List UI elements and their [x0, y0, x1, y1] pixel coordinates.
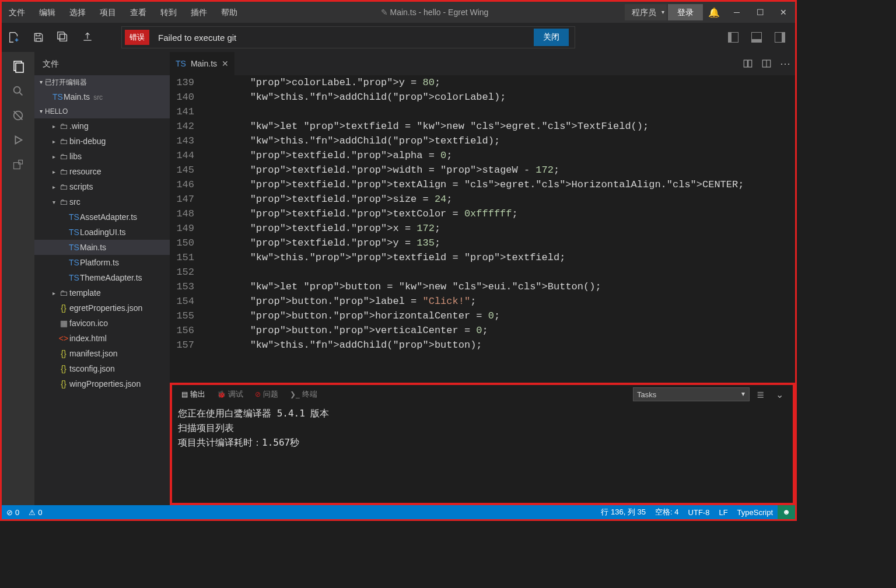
error-notification: 错误 Failed to execute git 关闭 [121, 26, 575, 48]
more-icon[interactable]: ⋯ [780, 57, 790, 70]
save-icon[interactable] [26, 23, 51, 52]
open-editors-header[interactable]: ▾已打开编辑器 [34, 75, 170, 89]
new-file-icon[interactable] [2, 23, 26, 52]
svg-rect-3 [16, 63, 23, 72]
status-warnings[interactable]: ⚠0 [24, 505, 47, 519]
status-errors[interactable]: ⊘0 [2, 505, 24, 519]
file-tree: ▸🗀.wing▸🗀bin-debug▸🗀libs▸🗀resource▸🗀scri… [34, 118, 170, 391]
tree-file[interactable]: TSAssetAdapter.ts [34, 209, 170, 225]
titlebar: 文件编辑选择项目查看转到插件帮助 ✎ Main.ts - hello - Egr… [2, 2, 795, 23]
svg-point-4 [14, 87, 20, 93]
feedback-icon[interactable]: ☻ [778, 505, 795, 519]
notification-message: Failed to execute git [158, 33, 528, 43]
sidebar-title: 文件 [34, 52, 170, 75]
svg-rect-0 [36, 33, 40, 36]
status-language[interactable]: TypeScript [733, 505, 778, 519]
activitybar [2, 52, 34, 505]
svg-rect-7 [19, 160, 23, 164]
tab-label: Main.ts [191, 59, 217, 68]
menu-item[interactable]: 项目 [93, 2, 123, 23]
tree-file[interactable]: TSLoadingUI.ts [34, 225, 170, 240]
debug-icon[interactable] [2, 128, 34, 152]
search-icon[interactable] [2, 79, 34, 103]
minimize-icon[interactable]: ─ [725, 2, 748, 23]
menu-item[interactable]: 转到 [153, 2, 184, 23]
tree-file[interactable]: ▦favicon.ico [34, 316, 170, 331]
panel-tab-output[interactable]: ▤输出 [177, 387, 210, 402]
compare-icon[interactable] [743, 58, 753, 69]
status-spaces[interactable]: 空格: 4 [650, 505, 683, 519]
toolbar: 错误 Failed to execute git 关闭 [2, 23, 795, 52]
menu-item[interactable]: 编辑 [32, 2, 62, 23]
maximize-icon[interactable]: ☐ [748, 2, 772, 23]
panel-tab-problems[interactable]: ⊘问题 [250, 387, 283, 402]
tree-file[interactable]: <>index.html [34, 331, 170, 346]
layout-bottom-icon[interactable] [745, 23, 768, 52]
tree-folder[interactable]: ▸🗀resource [34, 164, 170, 179]
svg-rect-9 [748, 60, 752, 67]
tree-file[interactable]: {}egretProperties.json [34, 300, 170, 316]
panel-tab-debug[interactable]: 🐞调试 [212, 387, 248, 402]
tree-folder[interactable]: ▸🗀libs [34, 149, 170, 164]
split-icon[interactable] [761, 58, 772, 69]
output-content[interactable]: 您正在使用白鹭编译器 5.4.1 版本扫描项目列表项目共计编译耗时：1.567秒 [172, 404, 793, 503]
status-cursor[interactable]: 行 136, 列 35 [596, 505, 650, 519]
code-editor[interactable]: 1391401411421431441451461471481491501511… [170, 75, 795, 383]
status-encoding[interactable]: UTF-8 [684, 505, 715, 519]
main-menu: 文件编辑选择项目查看转到插件帮助 [2, 2, 244, 23]
tree-folder[interactable]: ▸🗀scripts [34, 179, 170, 194]
output-channel-select[interactable]: Tasks [633, 387, 750, 401]
tree-folder[interactable]: ▸🗀bin-debug [34, 134, 170, 149]
tree-file[interactable]: {}tsconfig.json [34, 361, 170, 376]
project-header[interactable]: ▾HELLO [34, 104, 170, 118]
tree-folder[interactable]: ▸🗀template [34, 285, 170, 300]
tree-folder[interactable]: ▾🗀src [34, 194, 170, 209]
svg-rect-1 [36, 38, 41, 41]
output-panel: ▤输出 🐞调试 ⊘问题 ❯_终端 Tasks ≣ ⌄ 您正在使用白鹭编译器 5.… [170, 383, 795, 505]
login-button[interactable]: 登录 [668, 4, 703, 20]
tab-close-icon[interactable]: ✕ [222, 59, 229, 68]
close-icon[interactable]: ✕ [772, 2, 795, 23]
menu-item[interactable]: 选择 [62, 2, 93, 23]
tree-file[interactable]: {}manifest.json [34, 346, 170, 361]
menu-item[interactable]: 文件 [2, 2, 32, 23]
open-editor-item[interactable]: TS Main.tssrc [34, 89, 170, 104]
user-role-dropdown[interactable]: 程序员 [625, 4, 667, 20]
menu-item[interactable]: 帮助 [214, 2, 244, 23]
menu-item[interactable]: 插件 [184, 2, 214, 23]
panel-tab-terminal[interactable]: ❯_终端 [285, 387, 322, 402]
extensions-icon[interactable] [2, 152, 34, 177]
source-control-icon[interactable] [2, 103, 34, 128]
clear-output-icon[interactable]: ≣ [752, 389, 769, 400]
tree-file[interactable]: TSMain.ts [34, 240, 170, 255]
collapse-panel-icon[interactable]: ⌄ [771, 389, 788, 400]
upload-icon[interactable] [75, 23, 100, 52]
tree-file[interactable]: TSPlatform.ts [34, 255, 170, 270]
editor-tabs: TS Main.ts ✕ ⋯ [170, 52, 795, 75]
status-eol[interactable]: LF [714, 505, 732, 519]
tree-file[interactable]: {}wingProperties.json [34, 376, 170, 391]
tree-folder[interactable]: ▸🗀.wing [34, 118, 170, 134]
window-title: ✎ Main.ts - hello - Egret Wing [244, 8, 625, 17]
editor-tab[interactable]: TS Main.ts ✕ [170, 52, 235, 75]
error-badge: 错误 [125, 30, 149, 45]
layout-left-icon[interactable] [722, 23, 745, 52]
notification-close-button[interactable]: 关闭 [534, 29, 569, 46]
statusbar: ⊘0 ⚠0 行 136, 列 35 空格: 4 UTF-8 LF TypeScr… [2, 505, 795, 519]
tree-file[interactable]: TSThemeAdapter.ts [34, 270, 170, 285]
editor-area: TS Main.ts ✕ ⋯ 1391401411421431441451461… [170, 52, 795, 505]
bell-icon[interactable]: 🔔 [704, 7, 724, 18]
svg-rect-6 [14, 163, 20, 169]
sidebar: 文件 ▾已打开编辑器 TS Main.tssrc ▾HELLO ▸🗀.wing▸… [34, 52, 170, 505]
layout-right-icon[interactable] [768, 23, 792, 52]
menu-item[interactable]: 查看 [123, 2, 153, 23]
svg-rect-8 [744, 60, 747, 67]
save-all-icon[interactable] [51, 23, 75, 52]
explorer-icon[interactable] [2, 54, 34, 79]
